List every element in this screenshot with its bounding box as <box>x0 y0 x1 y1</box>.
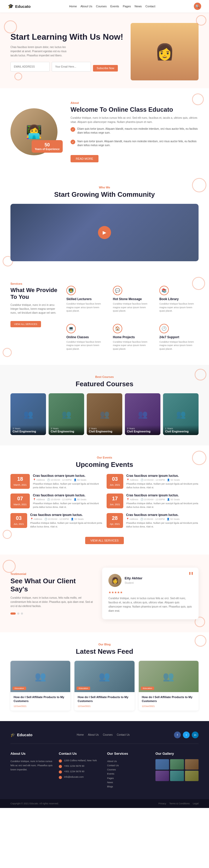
nav-contact[interactable]: Contact <box>146 5 155 8</box>
service-title-2: Book Library <box>159 297 195 301</box>
footer-bottom: Copyright © 2021 Educato. All rights res… <box>0 799 209 808</box>
events-section: Our Events Upcoming Events 18 March, 202… <box>0 445 209 555</box>
footer-nav: Home About Us Courses Contact Us <box>77 733 130 736</box>
course-card-3[interactable]: 👥 3 Years Civil Engineering <box>125 393 160 435</box>
event-date-1: 03 Jun, 2021 <box>107 474 123 489</box>
reviewer-name: Eity Akhter <box>125 576 142 580</box>
nav-news[interactable]: News <box>135 5 142 8</box>
footer-nav-courses[interactable]: Courses <box>103 733 113 736</box>
service-link-5[interactable]: News <box>107 780 150 784</box>
nav-home[interactable]: Home <box>69 5 77 8</box>
blog-title: Latest News Feed <box>10 648 199 656</box>
about-read-more-button[interactable]: READ MORE <box>70 155 98 162</box>
event-meta-4: 📍 Address 🕐 10:00AM - 12:00PM 👤 50 Seats <box>30 518 102 520</box>
service-link-1[interactable]: Contact Us <box>107 763 150 768</box>
event-info-5: Cras faucibus ornare ipsum luctus. 📍 Add… <box>126 513 199 528</box>
event-loc-3: 📍 Address <box>126 498 139 501</box>
check-icon-1: ✓ <box>70 127 75 132</box>
nav-search-button[interactable]: 🔍 <box>194 3 201 10</box>
nav-about[interactable]: About Us <box>81 5 92 8</box>
footer-terms-link[interactable]: Terms & Conditions <box>169 802 190 805</box>
footer-legal-link[interactable]: Legal <box>193 802 199 805</box>
avatar-info: Eity Akhter Student <box>125 576 142 585</box>
nav-courses[interactable]: Courses <box>96 5 107 8</box>
event-day-2: 07 <box>13 496 27 502</box>
event-time-5: 🕐 10:00AM - 12:00PM <box>140 518 165 520</box>
dot-2[interactable] <box>17 613 19 615</box>
services-section: Services What We Provide To You Curabitu… <box>0 272 209 365</box>
review-stars: ★★★★★ <box>109 591 192 594</box>
event-desc-5: Phasellus tristique dallus. Nullam per s… <box>126 521 199 528</box>
hero-image: 👩 <box>131 23 199 81</box>
play-button[interactable]: ▶ <box>98 226 111 239</box>
blog-card-2[interactable]: 👥 Education How do I Sell Affiliate Prod… <box>139 661 199 711</box>
service-icon-1: 💬 <box>113 286 122 295</box>
blog-card-1[interactable]: 👥 Education How do I Sell Affiliate Prod… <box>74 661 134 711</box>
contact-dot-2 <box>59 770 62 774</box>
linkedin-button[interactable]: in <box>192 732 199 738</box>
twitter-button[interactable]: t <box>183 732 190 738</box>
course-title-4: Civil Engineering <box>165 430 197 433</box>
blog-card-0[interactable]: 👥 Education How do I Sell Affiliate Prod… <box>10 661 70 711</box>
experience-label: Years of Experience <box>35 148 60 151</box>
blog-post-title-1: How do I Sell Affiliate Products to My C… <box>78 695 131 703</box>
event-month-4: Jun, 2021 <box>13 523 24 525</box>
event-item-4: 03 Jun, 2021 Cras faucibus ornare ipsum … <box>10 513 102 528</box>
hero-section: Start Learning With Us Now! Chas faucibu… <box>0 12 209 88</box>
service-link-0[interactable]: About Us <box>107 759 150 763</box>
footer-nav-about[interactable]: About Us <box>88 733 99 736</box>
event-month-1: Jun, 2021 <box>110 484 120 486</box>
service-card-3: 💻 Online Classes Curabitur tristique fau… <box>63 320 106 355</box>
service-link-3[interactable]: Events <box>107 772 150 776</box>
service-link-4[interactable]: Pages <box>107 776 150 780</box>
logo-text: Educato <box>15 4 31 9</box>
event-desc-3: Phasellus tristique dallus. Nullam per s… <box>126 502 199 509</box>
course-title-2: Civil Engineering <box>89 430 120 433</box>
facebook-button[interactable]: f <box>174 732 181 738</box>
about-check-text-1: Etiam quis tortor ipsum. Aliquam blandit… <box>77 127 199 135</box>
hero-person-image: 👩 <box>131 23 199 81</box>
service-card-2: 📚 Book Library Curabitur tristique fauci… <box>156 282 199 316</box>
events-view-all-button[interactable]: VIEW ALL SERVICES <box>85 537 124 544</box>
course-card-4[interactable]: 👥 1 Years Civil Engineering <box>163 393 199 435</box>
footer: 🎓 Educato Home About Us Courses Contact … <box>0 721 209 808</box>
footer-nav-home[interactable]: Home <box>77 733 84 736</box>
blog-post-title-2: How do I Sell Affiliate Products to My C… <box>142 695 196 703</box>
course-title-3: Civil Engineering <box>127 430 158 433</box>
hero-name-input[interactable] <box>52 62 91 71</box>
footer-nav-contact[interactable]: Contact Us <box>117 733 129 736</box>
nav-logo[interactable]: 🎓 Educato <box>8 3 31 9</box>
service-title-3: Online Classes <box>66 335 102 339</box>
course-info-3: 3 Years Civil Engineering <box>125 425 160 435</box>
course-card-0[interactable]: 👥 3 Years Civil Engineering <box>10 393 46 435</box>
footer-gallery-col: Our Gallery <box>155 752 199 789</box>
course-card-2[interactable]: 👥 2 Years Civil Engineering <box>87 393 122 435</box>
service-link-6[interactable]: Blogs <box>107 784 150 789</box>
course-info-4: 1 Years Civil Engineering <box>163 425 199 435</box>
about-description: Curabitur tristique, nunc in luctus curs… <box>70 116 199 124</box>
hero-email-input[interactable] <box>10 62 50 71</box>
nav-events[interactable]: Events <box>110 5 119 8</box>
blog-body-0: How do I Sell Affiliate Products to My C… <box>10 692 70 711</box>
footer-logo-icon: 🎓 <box>10 733 16 737</box>
nav-pages[interactable]: Pages <box>123 5 131 8</box>
service-card-0: 👨‍🏫 Skilled Lecturers Curabitur tristiqu… <box>63 282 106 316</box>
event-title-4: Cras faucibus ornare ipsum luctus. <box>30 513 102 517</box>
dot-1[interactable] <box>10 613 16 615</box>
about-experience-badge: 50 Years of Experience <box>32 140 63 153</box>
dot-3[interactable] <box>21 613 23 615</box>
footer-privacy-link[interactable]: Privacy <box>158 802 166 805</box>
services-view-all-button[interactable]: VIEW ALL SERVICES <box>10 321 41 327</box>
footer-social: f t in <box>174 732 199 738</box>
service-link-2[interactable]: Courses <box>107 768 150 772</box>
course-card-1[interactable]: 👥 3 Years Civil Engineering <box>49 393 84 435</box>
about-image-wrap: 👩‍💻 50 Years of Experience <box>10 108 63 155</box>
event-day-3: 17 <box>110 496 120 502</box>
service-desc-0: Curabitur tristique faucibus lorem magna… <box>66 302 102 313</box>
course-info-2: 2 Years Civil Engineering <box>87 425 122 435</box>
event-time-1: 🕐 10:00AM - 12:00PM <box>141 478 165 481</box>
hero-form: Subscribe Now <box>10 62 131 71</box>
courses-title: Featured Courses <box>10 380 199 388</box>
gallery-thumb-3 <box>155 771 169 781</box>
hero-subscribe-button[interactable]: Subscribe Now <box>93 65 118 71</box>
